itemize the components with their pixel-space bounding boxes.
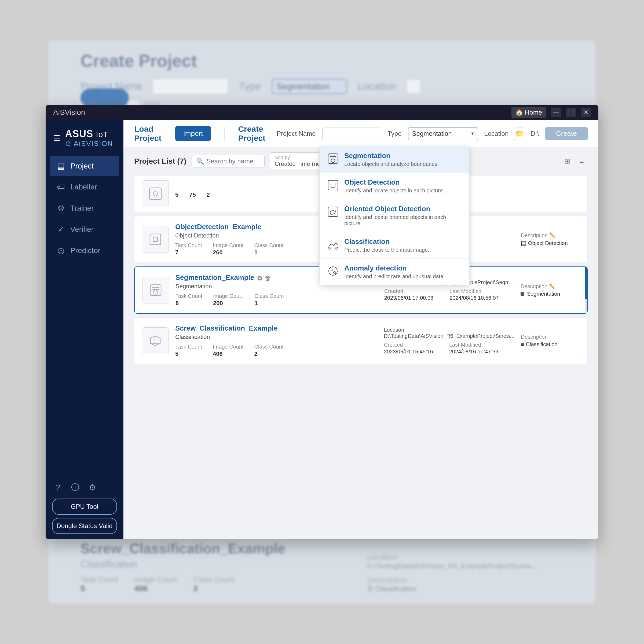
dropdown-item-classification[interactable]: Classification Predict the class to the …: [320, 232, 469, 259]
project-description: Description ✏️ Segmentation: [521, 283, 580, 297]
copy-icon[interactable]: ⧉: [257, 275, 262, 282]
project-dates: Created 2023/06/01 17:00:08 Last Modifie…: [384, 288, 499, 301]
create-project-section: Create Project Project Name Type Segment…: [238, 125, 588, 143]
dropdown-item-anomaly-detection[interactable]: Anomaly detection Identify and predict r…: [320, 259, 469, 285]
labeller-icon: 🏷: [56, 182, 66, 192]
created-label: Created: [384, 342, 433, 348]
minimize-button[interactable]: —: [551, 108, 561, 117]
dongle-status-button[interactable]: Dongle Status Valid: [52, 518, 117, 534]
task-count: 5: [175, 191, 178, 198]
edit-icon[interactable]: ✏️: [549, 232, 556, 239]
svg-rect-3: [153, 237, 158, 241]
anomaly-detection-dropdown-icon: [326, 264, 340, 278]
class-count: 1: [254, 249, 284, 256]
last-modified-label: Last Modified: [449, 342, 499, 348]
svg-rect-2: [150, 234, 161, 245]
restore-button[interactable]: ❐: [566, 108, 576, 117]
list-view-button[interactable]: ≡: [576, 155, 588, 167]
create-project-title: Create Project: [238, 125, 270, 143]
project-type: Classification: [175, 334, 377, 341]
table-row[interactable]: Screw_Classification_Example Classificat…: [134, 317, 588, 364]
dropdown-item-oriented-detection[interactable]: Oriented Object Detection Identify and l…: [320, 199, 469, 232]
image-count-label: Image Cou...: [213, 293, 244, 299]
bg-type-label: Type: [239, 81, 261, 92]
classification-dropdown-icon: [326, 237, 340, 251]
task-count: 7: [175, 249, 202, 256]
import-button[interactable]: Import: [175, 126, 211, 141]
dropdown-item-text: Anomaly detection Identify and predict r…: [344, 264, 445, 280]
class-count: 2: [254, 350, 284, 357]
svg-point-5: [153, 290, 158, 294]
predictor-icon: ◎: [56, 246, 66, 255]
project-dates: Created 2023/06/01 15:45:16 Last Modifie…: [384, 342, 498, 355]
scrollbar[interactable]: [585, 267, 587, 313]
delete-icon[interactable]: 🗑: [265, 275, 271, 282]
sidebar-item-predictor[interactable]: ◎ Predictor: [50, 240, 119, 261]
project-name-input[interactable]: [322, 127, 381, 140]
project-description: Description ✏️ ▤ Object Detection: [521, 232, 580, 247]
settings-icon[interactable]: ⚙: [86, 481, 98, 493]
last-modified-value: 2024/08/16 10:47:39: [449, 349, 499, 355]
created-value: 2023/06/01 17:00:08: [384, 295, 434, 301]
description-label: Description ✏️: [521, 283, 580, 290]
task-count: 8: [175, 300, 202, 307]
verifier-icon: ✓: [56, 225, 66, 234]
scroll-thumb[interactable]: [585, 267, 587, 299]
search-icon: 🔍: [196, 158, 204, 165]
class-count-label: Class Count: [254, 344, 284, 350]
description-label: Description: [521, 334, 580, 340]
gpu-tool-button[interactable]: GPU Tool: [52, 499, 117, 515]
create-button[interactable]: Create: [545, 127, 588, 140]
sidebar-item-trainer[interactable]: ⚙ Trainer: [50, 198, 119, 218]
dropdown-item-title: Oriented Object Detection: [344, 205, 463, 213]
svg-point-15: [331, 269, 333, 271]
project-thumbnail: [142, 327, 169, 354]
main-content: Load Project Import Create Project Proje…: [123, 120, 598, 539]
close-button[interactable]: ✕: [581, 108, 591, 117]
description-label: Description ✏️: [521, 232, 580, 239]
title-bar: AiSVision 🏠 Home — ❐ ✕: [46, 105, 598, 120]
class-count-label: Class Count: [254, 242, 284, 248]
dropdown-item-object-detection[interactable]: Object Detection Identify and locate obj…: [320, 173, 469, 199]
load-project-title: Load Project: [134, 125, 162, 143]
sidebar: ☰ ASUS IoT ⊙ AiSVISION ▤ Project 🏷: [46, 120, 123, 539]
type-dropdown: Segmentation Locate objects and analyze …: [319, 146, 470, 285]
dropdown-item-title: Object Detection: [344, 178, 444, 186]
location-folder-button[interactable]: 📁: [515, 127, 524, 140]
trainer-icon: ⚙: [56, 203, 66, 213]
segmentation-dropdown-icon: [326, 152, 340, 166]
class-count: 1: [255, 300, 284, 307]
sidebar-item-project[interactable]: ▤ Project: [50, 156, 119, 176]
image-count-label: Image Count: [213, 242, 244, 248]
dropdown-item-desc: Locate objects and analyze boundaries.: [344, 161, 439, 167]
search-input[interactable]: [206, 158, 260, 165]
info-icon[interactable]: ⓘ: [69, 481, 81, 493]
location-label: Location: [484, 130, 509, 137]
last-modified-value: 2024/08/16 10:56:07: [449, 295, 499, 301]
home-button[interactable]: 🏠 Home: [511, 107, 546, 118]
type-select[interactable]: Segmentation: [408, 127, 478, 140]
svg-point-13: [336, 247, 338, 249]
sidebar-item-labeller[interactable]: 🏷 Labeller: [50, 177, 119, 197]
help-icon[interactable]: ?: [52, 481, 64, 493]
svg-point-12: [328, 247, 330, 249]
dropdown-item-desc: Identify and locate oriented objects in …: [344, 214, 463, 226]
description-value: Segmentation: [521, 291, 580, 297]
sidebar-item-trainer-label: Trainer: [70, 204, 94, 213]
sidebar-item-verifier[interactable]: ✓ Verifier: [50, 219, 119, 239]
project-thumbnail: [142, 180, 169, 207]
sidebar-item-predictor-label: Predictor: [70, 246, 100, 255]
dropdown-item-segmentation[interactable]: Segmentation Locate objects and analyze …: [320, 146, 469, 173]
task-count: 5: [175, 350, 202, 357]
sidebar-item-project-label: Project: [70, 162, 94, 170]
dropdown-item-text: Object Detection Identify and locate obj…: [344, 178, 444, 194]
type-label: Type: [388, 130, 402, 137]
hamburger-icon[interactable]: ☰: [53, 133, 60, 143]
edit-icon[interactable]: ✏️: [549, 283, 556, 290]
grid-view-button[interactable]: ⊞: [561, 155, 573, 167]
svg-point-14: [329, 267, 337, 275]
project-name-label: Project Name: [277, 130, 316, 137]
project-thumbnail: [142, 226, 169, 253]
object-detection-dropdown-icon: [326, 178, 340, 192]
search-box[interactable]: 🔍: [192, 155, 265, 167]
